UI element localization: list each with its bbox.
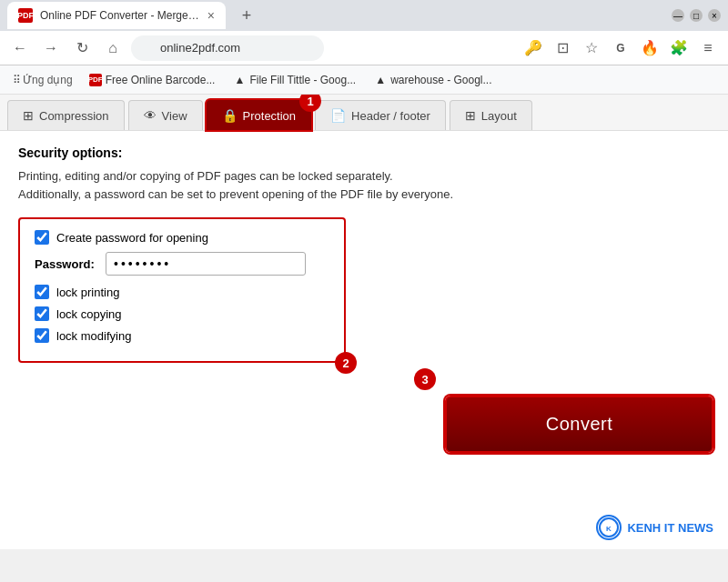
password-input[interactable] (106, 252, 306, 276)
lock-modifying-label: lock modifying (56, 329, 131, 343)
bookmark-file[interactable]: ▲ File Fill Tittle - Goog... (226, 72, 363, 88)
header-footer-label: Header / footer (351, 109, 430, 123)
tab-layout[interactable]: ⊞ Layout (450, 100, 532, 130)
protection-icon: 🔒 (222, 108, 238, 123)
create-password-row: Create password for opening (35, 230, 329, 245)
drive-favicon-2: ▲ (374, 74, 387, 86)
apps-label: Ứng dụng (23, 74, 73, 86)
maximize-button[interactable]: □ (690, 9, 703, 22)
security-description: Printing, editing and/or copying of PDF … (18, 167, 710, 203)
cast-icon[interactable]: ⊡ (550, 35, 575, 61)
title-bar: PDF Online PDF Converter - Merge, c... ×… (0, 0, 728, 31)
fire-icon[interactable]: 🔥 (637, 35, 662, 61)
tab-title: Online PDF Converter - Merge, c... (40, 9, 200, 22)
tab-compression[interactable]: ⊞ Compression (7, 100, 125, 130)
lock-modifying-row: lock modifying (35, 328, 329, 343)
protection-label: Protection (243, 109, 297, 123)
page-content: ⊞ Compression 👁 View 🔒 Protection 1 📄 He… (0, 95, 728, 549)
password-label: Password: (35, 257, 98, 271)
tab-view[interactable]: 👁 View (128, 100, 203, 130)
footer-logo: K (596, 515, 622, 540)
annotation-2: 2 (335, 352, 357, 374)
back-button[interactable]: ← (7, 35, 33, 61)
security-section: Security options: Printing, editing and/… (0, 131, 728, 377)
bookmark-warehouse[interactable]: ▲ warehouse - Googl... (367, 72, 499, 88)
tab-favicon: PDF (18, 8, 33, 23)
address-bar: ← → ↻ ⌂ 🔒 🔑 ⊡ ☆ G 🔥 🧩 ≡ (0, 31, 728, 65)
tab-protection[interactable]: 🔒 Protection 1 (207, 100, 312, 130)
create-password-checkbox[interactable] (35, 230, 49, 245)
compression-label: Compression (39, 109, 109, 123)
bookmarks-bar: ⠿ Ứng dụng PDF Free Online Barcode... ▲ … (0, 65, 728, 95)
bookmark-barcode-label: Free Online Barcode... (106, 74, 216, 86)
compression-icon: ⊞ (23, 108, 34, 123)
browser-tab[interactable]: PDF Online PDF Converter - Merge, c... × (7, 2, 226, 29)
lock-modifying-checkbox[interactable] (35, 328, 49, 343)
bookmark-file-label: File Fill Tittle - Goog... (249, 74, 356, 86)
close-button[interactable]: × (708, 9, 721, 22)
lock-printing-checkbox[interactable] (35, 285, 49, 299)
footer-brand-text: KENH IT NEWS (627, 521, 713, 535)
tab-header-footer[interactable]: 📄 Header / footer (315, 100, 446, 130)
lock-printing-row: lock printing (35, 285, 329, 299)
security-options-box: Create password for opening Password: lo… (18, 217, 346, 363)
header-footer-icon: 📄 (330, 108, 346, 123)
barcode-favicon: PDF (89, 74, 102, 86)
convert-button[interactable]: Convert (445, 396, 713, 453)
toolbar-tabs: ⊞ Compression 👁 View 🔒 Protection 1 📄 He… (0, 95, 728, 131)
lock-copying-row: lock copying (35, 306, 329, 321)
view-icon: 👁 (144, 108, 157, 123)
window-controls: — □ × (672, 9, 721, 22)
address-input[interactable] (131, 35, 324, 61)
key-icon[interactable]: 🔑 (521, 35, 546, 61)
lock-copying-checkbox[interactable] (35, 306, 49, 321)
refresh-button[interactable]: ↻ (69, 35, 95, 61)
lock-printing-label: lock printing (56, 286, 119, 299)
tab-close-button[interactable]: × (207, 8, 215, 23)
svg-text:K: K (606, 525, 612, 533)
extensions-icon[interactable]: 🧩 (666, 35, 692, 61)
password-row: Password: (35, 252, 329, 276)
address-bar-icons: 🔑 ⊡ ☆ G 🔥 🧩 ≡ (521, 35, 721, 61)
new-tab-button[interactable]: + (233, 2, 260, 29)
layout-icon: ⊞ (465, 108, 476, 123)
home-button[interactable]: ⌂ (100, 35, 126, 61)
bookmark-warehouse-label: warehouse - Googl... (390, 74, 491, 86)
url-wrapper: 🔒 (131, 35, 515, 61)
footer-logo-icon: K (599, 517, 619, 537)
create-password-label: Create password for opening (56, 231, 208, 245)
convert-section: 3 Convert (15, 396, 713, 453)
footer-branding: K KENH IT NEWS (596, 515, 713, 540)
bookmark-barcode[interactable]: PDF Free Online Barcode... (82, 72, 223, 88)
annotation-3: 3 (414, 368, 436, 390)
forward-button[interactable]: → (38, 35, 64, 61)
security-title: Security options: (18, 146, 710, 160)
menu-icon[interactable]: ≡ (695, 35, 721, 61)
apps-icon: ⠿ (13, 74, 21, 86)
minimize-button[interactable]: — (672, 9, 684, 22)
layout-label: Layout (481, 109, 517, 123)
drive-favicon-1: ▲ (233, 74, 246, 86)
apps-button[interactable]: ⠿ Ứng dụng (7, 74, 78, 86)
star-icon[interactable]: ☆ (579, 35, 604, 61)
translate-icon[interactable]: G (608, 35, 633, 61)
lock-copying-label: lock copying (56, 307, 122, 321)
view-label: View (162, 109, 187, 123)
